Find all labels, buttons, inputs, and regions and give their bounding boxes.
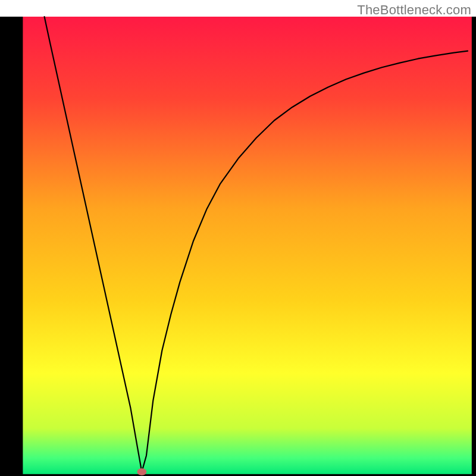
chart-svg <box>0 0 476 476</box>
chart-stage: TheBottleneck.com <box>0 0 476 476</box>
plot-area <box>23 17 471 474</box>
attribution-label: TheBottleneck.com <box>357 2 471 18</box>
minimum-marker <box>137 468 146 475</box>
